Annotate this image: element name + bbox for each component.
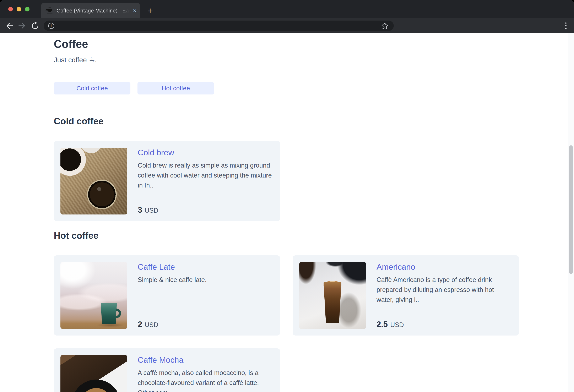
product-title-link[interactable]: Caffe Late	[138, 262, 273, 272]
product-card-body: Cold brew Cold brew is really as simple …	[138, 148, 273, 214]
product-image-americano	[299, 262, 366, 329]
page-scrollbar-track[interactable]	[568, 33, 574, 392]
product-price: 2.5 USD	[376, 320, 512, 329]
price-currency: USD	[390, 321, 404, 329]
url-bar[interactable]: i	[44, 21, 394, 31]
filter-buttons: Cold coffee Hot coffee	[54, 82, 574, 94]
product-image-cold-brew	[61, 148, 127, 214]
reload-icon	[31, 21, 40, 30]
section-heading: Hot coffee	[54, 230, 574, 241]
browser-menu-button[interactable]	[564, 21, 568, 31]
coffee-cup-favicon	[45, 6, 54, 15]
product-description: A caffè mocha, also called mocaccino, is…	[138, 368, 273, 392]
browser-window: Coffee (Vintage Machine) - Eas × + i	[0, 0, 574, 392]
price-currency: USD	[145, 321, 158, 329]
back-arrow-icon	[4, 21, 14, 31]
price-amount: 2.5	[376, 320, 388, 329]
forward-button[interactable]	[16, 20, 29, 32]
page-scrollbar-thumb[interactable]	[569, 145, 573, 274]
product-image-caffe-mocha	[61, 355, 127, 392]
product-image-caffe-late	[61, 262, 127, 329]
price-currency: USD	[145, 207, 158, 214]
product-price: 2 USD	[138, 320, 273, 329]
filter-button-cold-coffee[interactable]: Cold coffee	[54, 82, 130, 94]
site-info-icon[interactable]: i	[48, 23, 54, 29]
price-amount: 2	[138, 320, 142, 329]
section-hot-coffee: Hot coffee Caffe Late Simple & nice caff…	[54, 221, 574, 392]
photo-mug-handle-shape	[116, 309, 121, 318]
reload-button[interactable]	[29, 20, 41, 32]
product-description: Cold brew is really as simple as mixing …	[138, 161, 273, 190]
window-minimize-button[interactable]	[17, 7, 21, 11]
section-cold-coffee: Cold coffee Cold brew Cold brew is reall…	[54, 107, 574, 221]
section-heading: Cold coffee	[54, 116, 574, 126]
bookmark-button[interactable]	[380, 21, 389, 30]
page-content: Coffee Just coffee ☕. Cold coffee Hot co…	[0, 33, 574, 392]
back-button[interactable]	[3, 20, 16, 32]
filter-button-hot-coffee[interactable]: Hot coffee	[138, 82, 214, 94]
product-description: Caffè Americano is a type of coffee drin…	[376, 275, 512, 305]
product-card-cold-brew[interactable]: Cold brew Cold brew is really as simple …	[54, 141, 280, 221]
product-card-body: Caffe Late Simple & nice caffe late. 2 U…	[138, 262, 273, 329]
star-icon	[380, 21, 389, 30]
product-card-body: Caffe Mocha A caffè mocha, also called m…	[138, 355, 273, 392]
window-zoom-button[interactable]	[25, 7, 29, 11]
product-title-link[interactable]: Cold brew	[138, 148, 273, 157]
tab-title: Coffee (Vintage Machine) - Eas	[57, 7, 132, 14]
product-card-americano[interactable]: Americano Caffè Americano is a type of c…	[293, 255, 519, 335]
product-card-caffe-late[interactable]: Caffe Late Simple & nice caffe late. 2 U…	[54, 255, 280, 335]
product-grid: Caffe Late Simple & nice caffe late. 2 U…	[54, 255, 574, 392]
product-price: 3 USD	[138, 205, 273, 214]
menu-dot-icon	[565, 28, 567, 29]
product-title-link[interactable]: Caffe Mocha	[138, 355, 273, 365]
price-amount: 3	[138, 205, 142, 214]
browser-tab[interactable]: Coffee (Vintage Machine) - Eas ×	[41, 3, 140, 18]
new-tab-button[interactable]: +	[144, 4, 157, 17]
product-description: Simple & nice caffe late.	[138, 275, 273, 285]
product-card-body: Americano Caffè Americano is a type of c…	[376, 262, 512, 329]
tab-close-button[interactable]: ×	[133, 7, 137, 14]
photo-mug-shape	[100, 303, 118, 324]
browser-toolbar: i	[0, 18, 574, 33]
tab-strip: Coffee (Vintage Machine) - Eas × +	[0, 0, 574, 18]
menu-dot-icon	[565, 22, 567, 24]
menu-dot-icon	[565, 25, 567, 26]
page-subtitle: Just coffee ☕.	[54, 55, 574, 65]
photo-glass-shape	[323, 282, 342, 323]
product-card-caffe-mocha[interactable]: Caffe Mocha A caffè mocha, also called m…	[54, 348, 280, 392]
page-title: Coffee	[54, 37, 574, 51]
window-close-button[interactable]	[8, 7, 13, 11]
product-grid: Cold brew Cold brew is really as simple …	[54, 141, 574, 221]
window-controls	[8, 7, 29, 11]
product-title-link[interactable]: Americano	[376, 262, 512, 272]
forward-arrow-icon	[18, 21, 27, 31]
